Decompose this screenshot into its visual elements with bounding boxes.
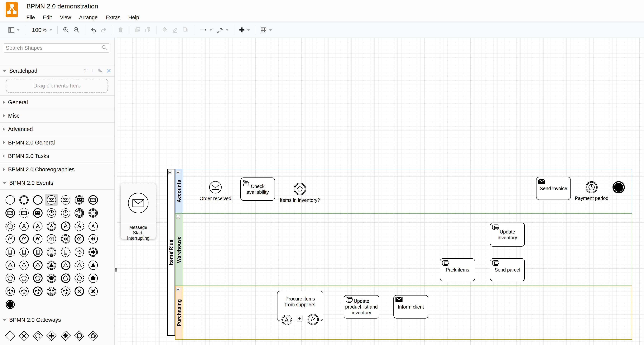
event-shape-thickdotted-pentagon[interactable] <box>72 272 86 284</box>
scratchpad-help-icon[interactable]: ? <box>84 67 87 74</box>
section-bpmn-2-0-general[interactable]: BPMN 2.0 General <box>0 136 114 149</box>
scratchpad-add-icon[interactable]: + <box>90 67 94 74</box>
event-shape-thin-list[interactable] <box>4 246 17 258</box>
gateway-shape-circle[interactable] <box>31 330 44 342</box>
menu-file[interactable]: File <box>26 14 35 20</box>
escalation-boundary-icon[interactable] <box>281 314 292 326</box>
update-inventory-task[interactable]: Updateinventory <box>490 223 525 247</box>
event-shape-thickdotted-triangle[interactable] <box>72 259 86 271</box>
event-shape-thin-escalation[interactable] <box>17 220 31 232</box>
section-bpmn-2-0-choreographies[interactable]: BPMN 2.0 Choreographies <box>0 163 114 176</box>
section-misc[interactable]: Misc <box>0 109 114 122</box>
gateway-shape-none[interactable] <box>4 330 17 342</box>
menu-help[interactable]: Help <box>128 14 139 20</box>
event-shape-thin-none[interactable] <box>4 194 17 206</box>
event-shape-thin-x-filled[interactable] <box>86 285 100 297</box>
event-shape-thick-envelope[interactable] <box>4 207 17 219</box>
event-shape-dotted-list[interactable] <box>17 246 31 258</box>
lane-body-warehouse[interactable] <box>182 213 632 286</box>
gateway-shape-asterisk[interactable] <box>59 330 72 342</box>
undo-button[interactable] <box>90 26 97 33</box>
gateway-shape-x[interactable] <box>17 330 31 342</box>
event-shape-thick-pentagon[interactable] <box>31 272 44 284</box>
table-button[interactable] <box>260 26 272 33</box>
event-shape-thin-triangle[interactable] <box>4 259 17 271</box>
event-shape-thickdotted-list[interactable] <box>59 246 72 258</box>
update-product-list-task[interactable]: Updateproduct list andinventory <box>344 295 379 319</box>
event-shape-thickdotted-envelope[interactable] <box>17 207 31 219</box>
send-parcel-task[interactable]: Send parcel <box>490 258 525 281</box>
scratchpad-header[interactable]: Scratchpad ? + ✎ ✕ <box>0 65 114 77</box>
event-shape-dotted-envelope[interactable] <box>59 194 72 206</box>
lane-header-accounts[interactable]: Accounts <box>175 169 183 213</box>
event-shape-double-clock[interactable] <box>86 207 100 219</box>
event-shape-thick-escalation[interactable] <box>59 220 72 232</box>
view-panels-button[interactable] <box>8 26 20 33</box>
pack-items-task[interactable]: Pack items <box>440 258 475 281</box>
lane-header-warehouse[interactable]: Warehouse <box>175 213 183 286</box>
gateway-shape-circle-double[interactable] <box>86 330 100 342</box>
section-bpmn-gateways[interactable]: BPMN 2.0 Gateways <box>0 314 114 326</box>
menu-arrange[interactable]: Arrange <box>79 14 98 20</box>
event-shape-thickdouble-clock[interactable] <box>72 207 86 219</box>
event-shape-thick-x[interactable] <box>72 285 86 297</box>
event-shape-thin-plus[interactable] <box>4 285 17 297</box>
event-shape-thick-error[interactable] <box>17 233 31 245</box>
lane-header-purchasing[interactable]: Purchasing <box>175 286 183 340</box>
insert-button[interactable] <box>239 27 250 33</box>
event-shape-double-triangle-filled[interactable] <box>45 259 58 271</box>
lane-collapse-button[interactable] <box>176 171 180 174</box>
search-input[interactable] <box>6 45 102 51</box>
process-end-event[interactable] <box>612 181 626 195</box>
pool-items-r-us[interactable]: Items'R'us <box>167 169 175 336</box>
diagram-canvas[interactable]: Items'R'usAccountsWarehousePurchasingOrd… <box>117 38 644 345</box>
gateway-shape-plus-filled[interactable] <box>45 330 58 342</box>
menu-view[interactable]: View <box>60 14 71 20</box>
event-shape-dotted-plus[interactable] <box>17 285 31 297</box>
zoom-level-button[interactable]: 100% <box>30 27 52 33</box>
shape-search[interactable] <box>3 43 110 52</box>
pool-collapse-button[interactable] <box>168 171 172 174</box>
event-shape-double-pentagon-filled[interactable] <box>45 272 58 284</box>
event-shape-thick-envelope-filled[interactable] <box>31 207 44 219</box>
event-shape-thick-list[interactable] <box>31 246 44 258</box>
event-shape-thick-pentagon[interactable] <box>59 272 72 284</box>
menu-edit[interactable]: Edit <box>43 14 52 20</box>
section-advanced[interactable]: Advanced <box>0 122 114 136</box>
lane-collapse-button[interactable] <box>176 215 180 219</box>
scratchpad-edit-icon[interactable]: ✎ <box>98 67 102 74</box>
menu-extras[interactable]: Extras <box>106 14 120 20</box>
event-shape-double-envelope-filled[interactable] <box>72 194 86 206</box>
event-shape-double-none[interactable] <box>17 194 31 206</box>
connection-button[interactable] <box>199 27 212 33</box>
scratchpad-drop-zone[interactable]: Drag elements here <box>6 79 108 93</box>
event-shape-dotted-triangle[interactable] <box>17 259 31 271</box>
event-shape-thin-clock[interactable] <box>45 207 58 219</box>
event-shape-thick-triangle[interactable] <box>31 259 44 271</box>
event-shape-double-arrow-filled[interactable] <box>86 246 100 258</box>
event-shape-thin-triangle-filled[interactable] <box>86 259 100 271</box>
scratchpad-close-icon[interactable]: ✕ <box>106 67 111 74</box>
zoom-in-button[interactable] <box>62 26 70 33</box>
event-shape-thick-rewind[interactable] <box>72 233 86 245</box>
event-shape-dotted-escalation[interactable] <box>31 220 44 232</box>
event-shape-thick-none[interactable] <box>31 194 44 206</box>
event-shape-dotted-clock[interactable] <box>59 207 72 219</box>
waypoints-button[interactable] <box>216 27 229 33</box>
lane-collapse-button[interactable] <box>176 288 180 291</box>
event-shape-thickdotted-plus[interactable] <box>59 285 72 297</box>
event-shape-thickdotted-escalation[interactable] <box>72 220 86 232</box>
event-shape-double-plus[interactable] <box>45 285 58 297</box>
inform-client-task[interactable]: Inform client <box>394 295 428 319</box>
event-shape-thick-triangle[interactable] <box>59 259 72 271</box>
event-shape-thin-pentagon[interactable] <box>4 272 17 284</box>
section-bpmn-2-0-tasks[interactable]: BPMN 2.0 Tasks <box>0 149 114 163</box>
zoom-out-button[interactable] <box>73 26 80 33</box>
event-shape-thin-error[interactable] <box>4 233 17 245</box>
order-received-event[interactable] <box>209 181 222 195</box>
event-shape-thick-envelope[interactable] <box>86 194 100 206</box>
event-shape-double-rewind-filled[interactable] <box>59 233 72 245</box>
event-shape-thin-arrow[interactable] <box>72 246 86 258</box>
event-shape-thin-escalation-filled[interactable] <box>86 220 100 232</box>
event-shape-thin-rewind[interactable] <box>45 233 58 245</box>
